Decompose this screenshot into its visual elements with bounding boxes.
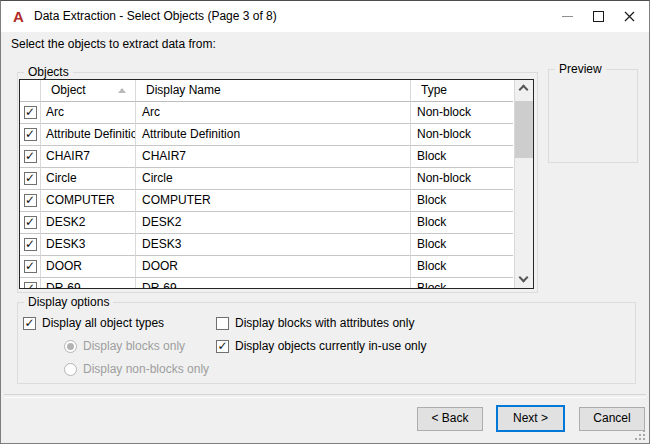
display-all-object-types-label: Display all object types bbox=[42, 316, 164, 330]
titlebar: A Data Extraction - Select Objects (Page… bbox=[1, 1, 649, 32]
display-blocks-only-radio bbox=[64, 340, 77, 353]
row-checkbox[interactable] bbox=[24, 194, 37, 207]
cell-display-name: Attribute Definition bbox=[136, 124, 411, 146]
preview-group-label: Preview bbox=[555, 62, 606, 76]
minimize-icon bbox=[562, 16, 573, 17]
row-checkbox[interactable] bbox=[24, 106, 37, 119]
cell-type: Block bbox=[411, 256, 513, 278]
table-row[interactable]: ArcArcNon-block bbox=[20, 102, 514, 124]
row-checkbox[interactable] bbox=[24, 282, 37, 288]
cell-object: CHAIR7 bbox=[41, 146, 136, 168]
preview-group: Preview bbox=[548, 69, 638, 163]
display-blocks-only-option: Display blocks only bbox=[64, 339, 185, 353]
cell-object: DR-69 bbox=[41, 278, 136, 288]
display-objects-in-use-option[interactable]: Display objects currently in-use only bbox=[216, 339, 426, 353]
display-non-blocks-only-option: Display non-blocks only bbox=[64, 362, 209, 376]
scrollbar-thumb[interactable] bbox=[515, 101, 533, 158]
cell-checkbox bbox=[20, 278, 41, 288]
table-row[interactable]: DESK2DESK2Block bbox=[20, 212, 514, 234]
table-row[interactable]: DR-69DR-69Block bbox=[20, 278, 514, 288]
table-row[interactable]: CHAIR7CHAIR7Block bbox=[20, 146, 514, 168]
intro-text: Select the objects to extract data from: bbox=[11, 37, 216, 51]
cell-checkbox bbox=[20, 146, 41, 168]
close-icon bbox=[624, 11, 635, 22]
sort-ascending-icon bbox=[118, 88, 126, 93]
cancel-button[interactable]: Cancel bbox=[579, 407, 645, 431]
display-options-group-label: Display options bbox=[24, 295, 113, 309]
table-row[interactable]: DOORDOORBlock bbox=[20, 256, 514, 278]
display-blocks-only-label: Display blocks only bbox=[83, 339, 185, 353]
cell-display-name: DR-69 bbox=[136, 278, 411, 288]
cell-type: Block bbox=[411, 146, 513, 168]
next-button[interactable]: Next > bbox=[496, 405, 565, 432]
cell-checkbox bbox=[20, 190, 41, 212]
header-object[interactable]: Object bbox=[41, 80, 136, 102]
cell-object: DESK3 bbox=[41, 234, 136, 256]
table-row[interactable]: Attribute DefinitionAttribute Definition… bbox=[20, 124, 514, 146]
close-button[interactable] bbox=[614, 1, 645, 32]
table-row[interactable]: CircleCircleNon-block bbox=[20, 168, 514, 190]
row-checkbox[interactable] bbox=[24, 172, 37, 185]
resize-grip[interactable] bbox=[635, 430, 646, 441]
cell-checkbox bbox=[20, 168, 41, 190]
cell-type: Non-block bbox=[411, 124, 513, 146]
row-checkbox[interactable] bbox=[24, 238, 37, 251]
display-all-object-types-checkbox[interactable] bbox=[23, 317, 36, 330]
cell-display-name: DOOR bbox=[136, 256, 411, 278]
cell-object: Attribute Definition bbox=[41, 124, 136, 146]
cell-display-name: DESK2 bbox=[136, 212, 411, 234]
vertical-scrollbar[interactable] bbox=[514, 80, 533, 288]
objects-table-header: Object Display Name Type bbox=[20, 80, 533, 102]
cell-type: Block bbox=[411, 278, 513, 288]
display-all-object-types-option[interactable]: Display all object types bbox=[23, 316, 164, 330]
table-row[interactable]: DESK3DESK3Block bbox=[20, 234, 514, 256]
header-object-label: Object bbox=[51, 83, 86, 97]
objects-table: Object Display Name Type ArcArcNon-block… bbox=[19, 79, 534, 289]
cell-checkbox bbox=[20, 102, 41, 124]
header-display-name-label: Display Name bbox=[146, 83, 221, 97]
cell-checkbox bbox=[20, 212, 41, 234]
row-checkbox[interactable] bbox=[24, 128, 37, 141]
scroll-up-button[interactable] bbox=[515, 80, 533, 97]
table-row[interactable]: COMPUTERCOMPUTERBlock bbox=[20, 190, 514, 212]
display-blocks-with-attributes-option[interactable]: Display blocks with attributes only bbox=[216, 316, 414, 330]
cell-display-name: COMPUTER bbox=[136, 190, 411, 212]
cell-display-name: Arc bbox=[136, 102, 411, 124]
display-non-blocks-only-label: Display non-blocks only bbox=[83, 362, 209, 376]
bottom-separator bbox=[4, 394, 646, 398]
cell-display-name: DESK3 bbox=[136, 234, 411, 256]
cell-object: DOOR bbox=[41, 256, 136, 278]
cell-type: Non-block bbox=[411, 168, 513, 190]
display-blocks-with-attributes-checkbox[interactable] bbox=[216, 317, 229, 330]
maximize-button[interactable] bbox=[583, 1, 614, 32]
row-checkbox[interactable] bbox=[24, 150, 37, 163]
objects-table-rows: ArcArcNon-blockAttribute DefinitionAttri… bbox=[20, 102, 514, 288]
cell-display-name: CHAIR7 bbox=[136, 146, 411, 168]
back-button[interactable]: < Back bbox=[417, 407, 483, 431]
display-non-blocks-only-radio bbox=[64, 363, 77, 376]
chevron-down-icon bbox=[519, 273, 529, 283]
cell-checkbox bbox=[20, 234, 41, 256]
display-objects-in-use-checkbox[interactable] bbox=[216, 340, 229, 353]
row-checkbox[interactable] bbox=[24, 260, 37, 273]
header-type[interactable]: Type bbox=[411, 80, 513, 102]
cell-object: Arc bbox=[41, 102, 136, 124]
window-title: Data Extraction - Select Objects (Page 3… bbox=[34, 1, 277, 32]
cell-object: COMPUTER bbox=[41, 190, 136, 212]
cell-object: Circle bbox=[41, 168, 136, 190]
row-checkbox[interactable] bbox=[24, 216, 37, 229]
scroll-down-button[interactable] bbox=[515, 271, 533, 288]
autocad-logo-icon: A bbox=[10, 8, 27, 25]
header-checkbox-column bbox=[20, 80, 41, 102]
objects-group-label: Objects bbox=[24, 65, 73, 79]
cell-checkbox bbox=[20, 124, 41, 146]
minimize-button[interactable] bbox=[552, 1, 583, 32]
maximize-icon bbox=[593, 11, 604, 22]
cell-type: Block bbox=[411, 234, 513, 256]
cell-object: DESK2 bbox=[41, 212, 136, 234]
cell-checkbox bbox=[20, 256, 41, 278]
header-display-name[interactable]: Display Name bbox=[136, 80, 411, 102]
cell-type: Block bbox=[411, 212, 513, 234]
cell-type: Non-block bbox=[411, 102, 513, 124]
cell-display-name: Circle bbox=[136, 168, 411, 190]
